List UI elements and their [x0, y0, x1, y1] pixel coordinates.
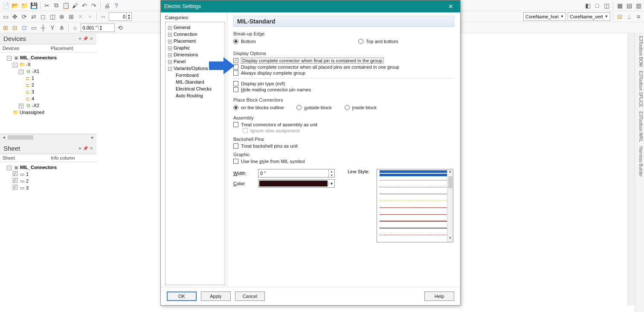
layout-vsplit-icon[interactable]: ◫	[603, 2, 610, 9]
display-opt-3[interactable]: Always display complete group	[233, 70, 454, 76]
grid-icon-b[interactable]: ▤	[625, 2, 633, 9]
panel-close-icon[interactable]: ✕	[90, 146, 93, 151]
cat-connection[interactable]: +Connection	[166, 31, 224, 38]
display-opt-5[interactable]: HHide mating connector pin nameside mati…	[233, 87, 454, 92]
tree-pin-1[interactable]: ⊏1	[25, 75, 96, 82]
display-opt-1[interactable]: Display complete connector when final pi…	[233, 58, 454, 64]
spin-down-icon[interactable]: ▼	[329, 173, 334, 177]
devices-col-placement[interactable]: Placement	[48, 44, 96, 52]
new-icon[interactable]: 📄	[2, 2, 9, 9]
branch-icon-2[interactable]: ⋔	[58, 24, 66, 32]
apply-button[interactable]: Apply	[201, 292, 231, 301]
collapse-icon[interactable]: −	[19, 70, 23, 74]
grid-spin[interactable]: ▲▼	[81, 23, 115, 32]
cancel-button[interactable]: Cancel	[235, 292, 265, 301]
tab-harness-builder[interactable]: Harness Builder	[636, 146, 643, 177]
sheet-checkbox[interactable]	[13, 185, 17, 190]
dim-icon[interactable]: ⟂	[625, 13, 633, 20]
tree-pin-2[interactable]: ⊏2	[25, 82, 96, 88]
tree-x2[interactable]: +⊟-X2	[19, 102, 96, 109]
help-icon[interactable]: ?	[113, 2, 120, 9]
devices-hscroll[interactable]: ◄ ►	[0, 134, 96, 140]
spin-up-icon[interactable]: ▲	[329, 169, 334, 173]
net-icon[interactable]: ┼	[39, 24, 47, 32]
cat-panel[interactable]: +Panel	[166, 58, 224, 65]
target-icon[interactable]: ⊕	[58, 13, 66, 20]
dialog-titlebar[interactable]: Electric Settings ✕	[161, 0, 460, 12]
scroll-up-icon[interactable]: ▲	[447, 169, 453, 175]
place-block-outline[interactable]: on the blocks outline	[233, 105, 284, 110]
plus-icon[interactable]: ＋	[86, 13, 94, 20]
print-icon[interactable]: 🖨	[103, 2, 111, 9]
label-icon[interactable]: ≡	[635, 13, 642, 20]
brush-icon[interactable]: 🖌	[71, 2, 79, 9]
cat-formboard[interactable]: Formboard	[166, 72, 224, 79]
conn-icon-a[interactable]: ⊟	[616, 13, 624, 20]
sheet-checkbox[interactable]	[13, 171, 17, 176]
canvas-vertical-scrollbar[interactable]	[628, 33, 635, 305]
move-icon[interactable]: ✥	[11, 13, 19, 20]
group-icon-4[interactable]: ▭	[30, 24, 38, 32]
cat-graphic[interactable]: +Graphic	[166, 44, 224, 51]
layout-single-icon[interactable]: □	[593, 2, 601, 9]
cat-variants[interactable]: −Variants/Options	[166, 65, 224, 72]
linestyle-list[interactable]: ▲ ▼	[377, 169, 453, 242]
scroll-down-icon[interactable]: ▼	[447, 236, 453, 242]
tool-icon-1[interactable]: ◻	[39, 13, 47, 20]
scroll-left-icon[interactable]: ◄	[1, 134, 7, 140]
cat-auto-routing[interactable]: Auto Routing	[166, 92, 224, 99]
backshell-cb1[interactable]: Treat backshell pins as unit	[233, 143, 454, 149]
collapse-icon[interactable]: −	[7, 56, 12, 61]
circle-icon[interactable]: ○	[71, 24, 79, 32]
place-block-inside[interactable]: inside block	[345, 105, 377, 110]
linestyle-scrollbar[interactable]: ▲ ▼	[447, 169, 453, 242]
cat-mil-standard[interactable]: MIL-Standard	[166, 79, 224, 85]
save-icon[interactable]: 💾	[30, 2, 38, 9]
color-combo[interactable]: ▼	[258, 179, 335, 188]
breakup-topbottom-radio[interactable]: Top and bottom	[358, 39, 398, 44]
devices-col-devices[interactable]: Devices	[0, 44, 48, 52]
redo-icon[interactable]: ↷	[90, 2, 98, 9]
copy-icon[interactable]: ⧉	[52, 2, 60, 9]
undo-icon[interactable]: ↶	[81, 2, 88, 9]
display-opt-4[interactable]: Display pin type (m/f)	[233, 81, 454, 86]
assembly-cb1[interactable]: Treat connectors of assembly as unit	[233, 122, 454, 127]
ok-button[interactable]: OK	[167, 292, 197, 301]
panel-dropdown-icon[interactable]: ▾	[79, 146, 81, 151]
scroll-thumb[interactable]	[8, 135, 33, 140]
grid-icon-c[interactable]: ▥	[635, 2, 642, 9]
breakup-bottom-radio[interactable]: Bottom	[233, 39, 256, 44]
rotate-icon[interactable]: ⟳	[20, 13, 28, 20]
width-input[interactable]: ▲▼	[258, 169, 335, 178]
sheet-tree[interactable]: −▣MIL_Connectors ▭1 ▭2 ▭3	[0, 162, 96, 312]
mirror-icon[interactable]: ⇄	[30, 13, 38, 20]
panel-close-icon[interactable]: ✕	[90, 36, 93, 41]
cat-dimensions[interactable]: +Dimensions	[166, 51, 224, 58]
offset-input[interactable]	[109, 14, 126, 19]
tree-x-folder[interactable]: −📁-X −⊟-X1 ⊏1 ⊏2 ⊏3 ⊏4	[13, 61, 96, 109]
offset-spin[interactable]: ▲▼	[109, 12, 132, 21]
sheet-col-sheet[interactable]: Sheet	[0, 154, 48, 162]
cut-icon[interactable]: ✂	[43, 2, 51, 9]
devices-tree[interactable]: −▣MIL_Connectors −📁-X −⊟-X1 ⊏1 ⊏2 ⊏3	[0, 52, 96, 134]
cross-icon[interactable]: ✕	[77, 13, 84, 20]
scroll-thumb[interactable]	[448, 176, 453, 188]
corename-hori-combo[interactable]: CoreName_hori ▼	[523, 12, 566, 21]
dialog-close-button[interactable]: ✕	[445, 3, 457, 10]
sheet-item-1[interactable]: ▭1	[13, 171, 96, 178]
sheet-item-3[interactable]: ▭3	[13, 184, 96, 191]
open-folder-icon[interactable]: 📁	[20, 2, 28, 9]
tab-splice[interactable]: E3Toolbox SPLICE	[636, 71, 643, 107]
panel-pin-icon[interactable]: 📌	[83, 146, 88, 151]
sheet-col-info[interactable]: Info column	[48, 154, 96, 162]
group-icon-2[interactable]: ⊟	[11, 24, 19, 32]
graphic-cb1[interactable]: Use line style from MIL symbol	[233, 159, 454, 164]
sheet-checkbox[interactable]	[13, 178, 17, 183]
tree-unassigned[interactable]: 📁Unassigned	[13, 109, 96, 116]
tree-x1[interactable]: −⊟-X1 ⊏1 ⊏2 ⊏3 ⊏4	[19, 68, 96, 102]
tree-root[interactable]: −▣MIL_Connectors −📁-X −⊟-X1 ⊏1 ⊏2 ⊏3	[7, 54, 96, 116]
grid-value-input[interactable]	[81, 25, 98, 30]
tree-pin-4[interactable]: ⊏4	[25, 95, 96, 102]
place-block-outside[interactable]: outside block	[296, 105, 331, 110]
scroll-right-icon[interactable]: ►	[90, 134, 96, 140]
